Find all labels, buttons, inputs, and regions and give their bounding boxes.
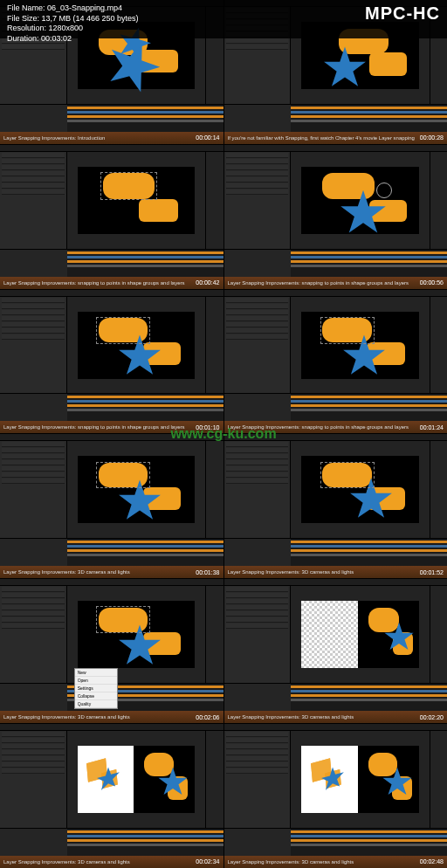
svg-marker-2 — [324, 47, 366, 86]
caption-text: Layer Snapping Improvements: 3D cameras … — [3, 714, 130, 720]
timeline-layer-bar — [291, 685, 447, 688]
timestamp: 00:01:38 — [196, 569, 219, 575]
player-logo: MPC-HC — [365, 3, 440, 24]
tutorial-caption-bar: Layer Snapping Improvements: snapping to… — [224, 277, 448, 289]
timeline-layer-bar — [291, 120, 447, 122]
timeline-layer-bar — [291, 404, 447, 407]
composition-canvas — [301, 167, 419, 234]
ae-project-panel — [0, 731, 67, 828]
caption-text: Layer Snapping Improvements: snapping to… — [228, 424, 409, 430]
panel-row — [2, 587, 65, 592]
panel-row — [226, 45, 289, 50]
ae-composition-viewer — [67, 152, 205, 249]
ae-timeline-panel — [224, 393, 448, 421]
ae-tools-panel — [205, 586, 223, 683]
timeline-layer-bar — [291, 265, 447, 267]
ae-timeline-panel — [224, 828, 448, 856]
tutorial-caption-bar: Layer Snapping Improvements: 3D cameras … — [224, 856, 448, 868]
panel-row — [226, 334, 289, 340]
panel-row — [2, 189, 65, 195]
panel-row — [226, 472, 289, 478]
panel-row — [2, 165, 65, 170]
ae-menubar — [0, 434, 224, 441]
file-size-label: File Size: — [7, 14, 39, 23]
timeline-layer-bar — [291, 260, 447, 263]
timeline-layer-bar — [67, 409, 224, 411]
svg-marker-9 — [385, 623, 414, 650]
thumbnail-frame[interactable]: Layer Snapping Improvements: 3D cameras … — [224, 724, 448, 868]
timeline-layer-bar — [67, 120, 224, 122]
menu-item[interactable]: Open — [75, 677, 117, 685]
timeline-layer-bar — [291, 844, 447, 846]
panel-row — [2, 762, 65, 768]
panel-row — [2, 322, 65, 327]
menu-item[interactable]: Collapse — [75, 692, 117, 700]
timeline-layer-bar — [67, 541, 224, 543]
thumbnail-frame[interactable]: Layer Snapping Improvements: snapping to… — [0, 145, 224, 289]
panel-row — [2, 171, 65, 176]
ae-timeline-panel — [224, 683, 448, 711]
ae-menubar — [224, 724, 448, 731]
thumbnail-frame[interactable]: Layer Snapping Improvements: 3D cameras … — [224, 579, 448, 723]
thumbnail-frame[interactable]: NewOpenSettingsCollapseQuality Layer Sna… — [0, 579, 224, 723]
timestamp: 00:02:34 — [196, 858, 219, 865]
thumbnail-frame[interactable]: Layer Snapping Improvements: snapping to… — [224, 145, 448, 289]
ae-menubar — [0, 579, 224, 586]
ae-project-panel — [224, 152, 292, 249]
timeline-layer-bar — [291, 835, 447, 837]
panel-row — [2, 611, 65, 617]
panel-row — [226, 587, 289, 592]
timeline-layer-bar — [67, 404, 224, 407]
thumbnail-frame[interactable]: Layer Snapping Improvements: 3D cameras … — [0, 724, 224, 868]
thumbnail-frame[interactable]: Layer Snapping Improvements: snapping to… — [224, 290, 448, 434]
timestamp: 00:00:42 — [196, 279, 219, 286]
ae-project-panel — [224, 297, 292, 394]
tutorial-caption-bar: Layer Snapping Improvements: 3D cameras … — [224, 711, 448, 723]
panel-row — [2, 454, 65, 459]
thumbnail-frame[interactable]: Layer Snapping Improvements: 3D cameras … — [0, 434, 224, 578]
thumbnail-frame[interactable]: Layer Snapping Improvements: 3D cameras … — [224, 434, 448, 578]
ae-tools-panel — [205, 441, 223, 538]
panel-row — [226, 448, 289, 453]
composition-canvas — [301, 312, 419, 379]
timeline-layer-bar — [291, 690, 447, 692]
ae-project-panel — [224, 586, 292, 683]
menu-item[interactable]: Quality — [75, 700, 117, 708]
caption-text: Layer Snapping Improvements: 3D cameras … — [3, 569, 130, 575]
caption-text: Layer Snapping Improvements: 3D cameras … — [3, 859, 130, 865]
tutorial-caption-bar: Layer Snapping Improvements: snapping to… — [0, 277, 224, 289]
menu-item[interactable]: Settings — [75, 685, 117, 692]
timeline-layer-bar — [67, 839, 224, 842]
timeline-layer-bar — [67, 844, 224, 846]
ae-project-panel — [0, 297, 67, 394]
caption-text: Layer Snapping Improvements: snapping to… — [3, 280, 184, 286]
panel-row — [226, 738, 289, 743]
menu-item[interactable]: New — [75, 669, 117, 677]
panel-row — [2, 442, 65, 447]
panel-row — [226, 623, 289, 629]
timestamp: 00:01:52 — [420, 569, 444, 575]
composition-canvas — [78, 746, 196, 813]
ae-menubar — [224, 290, 448, 297]
panel-row — [226, 159, 289, 164]
panel-row — [2, 183, 65, 189]
panel-row — [226, 732, 289, 737]
ae-composition-viewer — [67, 441, 205, 538]
panel-row — [226, 322, 289, 327]
tutorial-caption-bar: Layer Snapping Improvements: 3D cameras … — [0, 566, 224, 578]
ae-composition-viewer — [67, 297, 205, 394]
panel-row — [2, 159, 65, 164]
ae-tools-panel — [430, 152, 447, 249]
timestamp: 00:00:56 — [420, 279, 444, 286]
panel-row — [2, 623, 65, 629]
panel-row — [2, 153, 65, 158]
panel-row — [2, 460, 65, 465]
panel-row — [2, 304, 65, 309]
tutorial-caption-bar: Layer Snapping Improvements: snapping to… — [0, 421, 224, 433]
timeline-layer-bar — [67, 256, 224, 258]
context-menu[interactable]: NewOpenSettingsCollapseQuality — [74, 668, 118, 709]
panel-row — [226, 617, 289, 623]
panel-row — [226, 316, 289, 321]
thumbnail-frame[interactable]: Layer Snapping Improvements: snapping to… — [0, 290, 224, 434]
timeline-layer-bar — [291, 699, 447, 701]
